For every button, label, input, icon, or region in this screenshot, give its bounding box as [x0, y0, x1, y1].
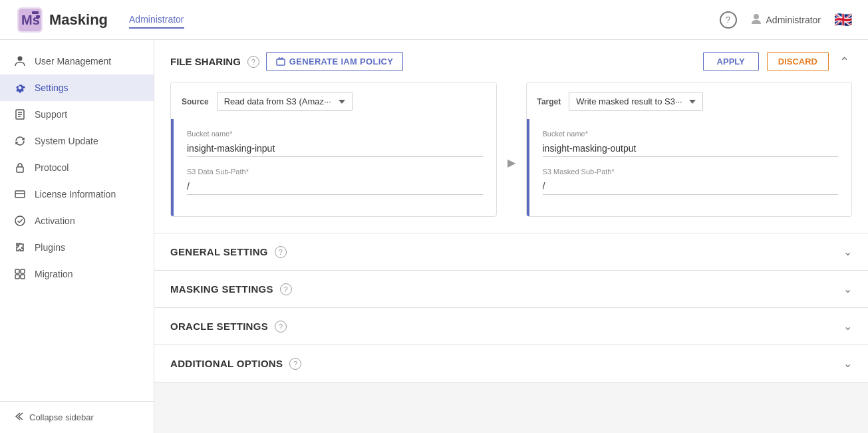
- sidebar-item-label: Settings: [35, 82, 69, 93]
- masking-settings-title-area: MASKING SETTINGS ?: [170, 283, 292, 295]
- file-sharing-collapse-button[interactable]: ⌃: [837, 55, 852, 69]
- svg-rect-17: [15, 275, 19, 279]
- logo-area: Ms Masking: [16, 6, 108, 34]
- oracle-settings-title-area: ORACLE SETTINGS ?: [170, 321, 287, 333]
- oracle-settings-header[interactable]: ORACLE SETTINGS ? ⌄: [154, 308, 868, 345]
- target-bucket-input[interactable]: [543, 140, 839, 157]
- puzzle-icon: [13, 241, 27, 254]
- additional-options-panel: ADDITIONAL OPTIONS ? ⌄: [154, 345, 868, 382]
- target-bucket-field: Bucket name*: [543, 130, 839, 157]
- discard-button[interactable]: DISCARD: [767, 52, 829, 71]
- file-sharing-header: FILE SHARING ? GENERATE IAM POLICY APPLY…: [170, 52, 852, 71]
- collapse-sidebar-button[interactable]: Collapse sidebar: [0, 401, 154, 433]
- svg-rect-16: [21, 269, 25, 273]
- file-sharing-title: FILE SHARING: [170, 56, 241, 67]
- target-dropdown[interactable]: Write masked result to S3···: [569, 92, 703, 111]
- target-subpath-input[interactable]: [543, 178, 839, 195]
- sidebar-item-license-information[interactable]: License Information: [0, 181, 154, 208]
- target-subpath-field: S3 Masked Sub-Path*: [543, 168, 839, 195]
- source-card-inner: Bucket name* S3 Data Sub-Path*: [171, 119, 496, 216]
- additional-options-title: ADDITIONAL OPTIONS: [170, 358, 283, 369]
- nav-tab-administrator[interactable]: Administrator: [129, 11, 184, 29]
- svg-rect-15: [15, 269, 19, 273]
- layout: User Management Settings Support: [0, 40, 868, 433]
- sidebar-item-label: Plugins: [35, 242, 65, 253]
- general-setting-title-area: GENERAL SETTING ?: [170, 246, 287, 258]
- svg-point-6: [18, 57, 23, 61]
- user-area[interactable]: Administrator: [750, 13, 821, 27]
- oracle-settings-chevron: ⌄: [843, 320, 852, 333]
- target-subpath-label: S3 Masked Sub-Path*: [543, 168, 839, 176]
- generate-btn-label: GENERATE IAM POLICY: [289, 57, 393, 67]
- oracle-settings-info-icon[interactable]: ?: [275, 321, 287, 333]
- source-subpath-field: S3 Data Sub-Path*: [187, 168, 483, 195]
- sidebar-item-user-management[interactable]: User Management: [0, 48, 154, 74]
- help-icon[interactable]: ?: [720, 11, 737, 29]
- source-subpath-label: S3 Data Sub-Path*: [187, 168, 483, 176]
- sync-icon: [13, 134, 27, 148]
- general-setting-title: GENERAL SETTING: [170, 246, 268, 257]
- sidebar-item-plugins[interactable]: Plugins: [0, 234, 154, 261]
- sidebar-item-label: Support: [35, 109, 67, 120]
- general-setting-panel: GENERAL SETTING ? ⌄: [154, 233, 868, 271]
- additional-options-chevron: ⌄: [843, 357, 852, 370]
- language-flag[interactable]: 🇬🇧: [834, 11, 852, 29]
- check-circle-icon: [13, 214, 27, 227]
- sidebar-nav: User Management Settings Support: [0, 40, 154, 401]
- svg-point-5: [754, 14, 759, 19]
- topnav-right: ? Administrator 🇬🇧: [720, 11, 852, 29]
- source-target-grid: Source Read data from S3 (Amaz··· Bucket…: [170, 82, 852, 217]
- source-label: Source: [182, 97, 209, 106]
- general-setting-header[interactable]: GENERAL SETTING ? ⌄: [154, 233, 868, 270]
- source-subpath-input[interactable]: [187, 178, 483, 195]
- masking-settings-info-icon[interactable]: ?: [280, 283, 292, 295]
- file-sharing-body: Source Read data from S3 (Amaz··· Bucket…: [154, 82, 868, 233]
- source-dropdown[interactable]: Read data from S3 (Amaz···: [217, 92, 353, 111]
- generate-iam-policy-button[interactable]: GENERATE IAM POLICY: [266, 52, 403, 71]
- source-target-arrow: ▶: [497, 156, 526, 169]
- target-label: Target: [537, 97, 561, 106]
- lock-icon: [13, 161, 27, 174]
- sidebar-item-activation[interactable]: Activation: [0, 208, 154, 234]
- additional-options-info-icon[interactable]: ?: [289, 358, 301, 370]
- grid-icon: [13, 267, 27, 281]
- svg-rect-11: [17, 167, 23, 172]
- sidebar-item-settings[interactable]: Settings: [0, 74, 154, 101]
- document-icon: [13, 108, 27, 121]
- svg-rect-18: [21, 275, 25, 279]
- additional-options-title-area: ADDITIONAL OPTIONS ?: [170, 358, 301, 370]
- target-card-inner: Bucket name* S3 Masked Sub-Path*: [527, 119, 852, 216]
- sidebar: User Management Settings Support: [0, 40, 154, 433]
- sidebar-item-label: User Management: [35, 56, 111, 67]
- sidebar-item-support[interactable]: Support: [0, 101, 154, 128]
- additional-options-header[interactable]: ADDITIONAL OPTIONS ? ⌄: [154, 345, 868, 382]
- source-bucket-input[interactable]: [187, 140, 483, 157]
- sidebar-item-label: License Information: [35, 189, 116, 200]
- file-sharing-info-icon[interactable]: ?: [247, 56, 259, 68]
- card-icon: [13, 188, 27, 201]
- gear-icon: [13, 81, 27, 94]
- svg-rect-12: [15, 191, 25, 198]
- file-sharing-left: FILE SHARING ? GENERATE IAM POLICY: [170, 52, 403, 71]
- main-content: FILE SHARING ? GENERATE IAM POLICY APPLY…: [154, 40, 868, 433]
- sidebar-item-label: System Update: [35, 136, 98, 146]
- source-card: Source Read data from S3 (Amaz··· Bucket…: [170, 82, 497, 217]
- sidebar-item-system-update[interactable]: System Update: [0, 128, 154, 154]
- oracle-settings-title: ORACLE SETTINGS: [170, 321, 268, 332]
- user-label: Administrator: [766, 15, 821, 25]
- svg-rect-19: [277, 59, 285, 65]
- svg-point-14: [15, 216, 25, 225]
- sidebar-item-protocol[interactable]: Protocol: [0, 154, 154, 181]
- apply-button[interactable]: APPLY: [703, 52, 759, 71]
- source-card-body: Bucket name* S3 Data Sub-Path*: [174, 119, 496, 216]
- masking-settings-header[interactable]: MASKING SETTINGS ? ⌄: [154, 271, 868, 307]
- target-card-body: Bucket name* S3 Masked Sub-Path*: [529, 119, 852, 216]
- target-card: Target Write masked result to S3··· Buck…: [526, 82, 853, 217]
- sidebar-item-migration[interactable]: Migration: [0, 261, 154, 287]
- svg-rect-3: [32, 11, 39, 14]
- user-icon: [750, 13, 762, 27]
- topnav: Ms Masking Administrator ? Administrator…: [0, 0, 868, 40]
- general-setting-info-icon[interactable]: ?: [275, 246, 287, 258]
- sidebar-item-label: Migration: [35, 269, 73, 279]
- collapse-icon: [13, 411, 24, 424]
